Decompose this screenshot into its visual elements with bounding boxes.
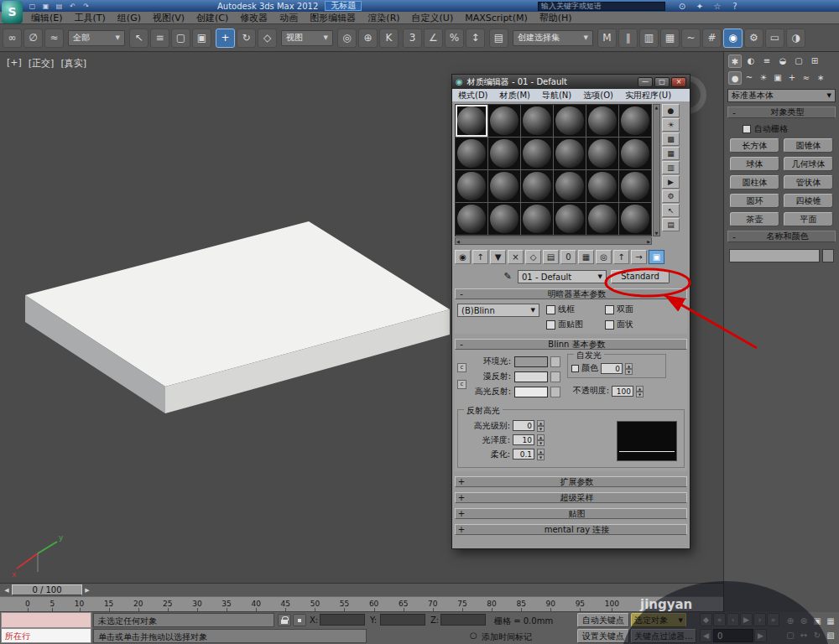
motion-tab-icon[interactable]: ◒ (776, 55, 789, 68)
layer-manager-icon[interactable]: ▥ (639, 29, 659, 48)
me-menu-item-1[interactable]: 材质(M) (494, 90, 536, 101)
render-production-icon[interactable]: ◑ (786, 29, 805, 48)
spinner-snap-icon[interactable]: ↕ (466, 29, 485, 48)
sample-vertical-scrollbar[interactable]: ▲ ▼ (653, 104, 660, 236)
modify-tab-icon[interactable]: ◐ (744, 55, 758, 68)
soften-spinner[interactable]: ▲▼ (537, 449, 545, 460)
cameras-icon[interactable]: ▣ (771, 71, 784, 85)
sample-slot-3[interactable] (554, 105, 586, 137)
menu-item-9[interactable]: 自定义(U) (406, 12, 460, 24)
reset-map-icon[interactable]: × (508, 250, 524, 264)
menu-item-2[interactable]: 组(G) (112, 12, 147, 24)
menu-item-7[interactable]: 图形编辑器 (304, 12, 362, 24)
material-type-button[interactable]: Standard (611, 270, 670, 283)
material-name-dropdown[interactable]: 01 - Default ▼ (518, 270, 607, 283)
sample-tiling-icon[interactable]: ▦ (662, 147, 680, 160)
background-icon[interactable]: ▩ (662, 132, 680, 146)
geometry-icon[interactable]: ● (728, 71, 742, 85)
application-menu-button[interactable]: S (2, 1, 23, 23)
hierarchy-tab-icon[interactable]: ≡ (760, 55, 774, 68)
favorites-icon[interactable]: ☆ (712, 2, 722, 11)
sample-slot-6[interactable] (456, 138, 487, 169)
shader-checkbox-0[interactable]: 线框 (546, 304, 602, 315)
put-to-library-icon[interactable]: ▤ (543, 250, 559, 264)
shader-type-dropdown[interactable]: (B)Blinn ▼ (457, 304, 539, 317)
redo-icon[interactable]: ↷ (81, 2, 91, 11)
menu-item-3[interactable]: 视图(V) (147, 12, 190, 24)
sample-slot-13[interactable] (488, 170, 520, 202)
play-animation-icon[interactable]: ▶ (740, 613, 753, 626)
bind-to-space-warp-icon[interactable]: ≈ (44, 29, 64, 48)
sample-slot-16[interactable] (586, 170, 618, 202)
zoom-icon[interactable]: ⊕ (784, 614, 797, 628)
primitive-category-dropdown[interactable]: 标准基本体 ▼ (727, 89, 836, 102)
diffuse-map-button[interactable] (550, 371, 560, 382)
close-button[interactable]: × (671, 77, 686, 87)
material-editor-titlebar[interactable]: ◉ 材质编辑器 - 01 - Default —□× (452, 75, 690, 89)
percent-snap-icon[interactable]: % (445, 29, 464, 48)
object-type-rollout[interactable]: - 对象类型 (727, 106, 836, 118)
next-key-icon[interactable]: ▶ (754, 629, 767, 642)
graphite-ribbon-icon[interactable]: ▦ (660, 29, 680, 48)
select-and-link-icon[interactable]: ∞ (3, 29, 22, 48)
go-forward-to-sibling-icon[interactable]: → (631, 250, 647, 264)
sample-slot-15[interactable] (554, 170, 586, 202)
sample-slot-10[interactable] (586, 138, 618, 169)
me-menu-item-4[interactable]: 实用程序(U) (619, 90, 677, 101)
current-frame-field[interactable]: 0 (713, 629, 753, 642)
primitive-button-5[interactable]: 管状体 (784, 175, 833, 190)
lock-ambient-diffuse-button[interactable]: c (457, 363, 466, 372)
select-object-icon[interactable]: ↖ (129, 29, 149, 48)
pan-view-icon[interactable]: ↔ (797, 628, 810, 642)
sample-slot-19[interactable] (488, 203, 520, 235)
self-illum-spinner[interactable]: ▲▼ (625, 363, 633, 374)
menu-item-5[interactable]: 修改器 (234, 12, 274, 24)
scroll-up-icon[interactable]: ▲ (654, 105, 659, 110)
schematic-view-icon[interactable]: # (702, 29, 722, 48)
sample-slot-1[interactable] (488, 105, 520, 137)
key-mode-toggle-icon[interactable]: ◆ (700, 613, 712, 626)
show-map-in-viewport-icon[interactable]: ▦ (578, 250, 594, 264)
sample-slot-5[interactable] (619, 105, 651, 137)
utilities-tab-icon[interactable]: ⊞ (808, 55, 821, 68)
help-icon[interactable]: ? (730, 2, 740, 11)
menu-item-4[interactable]: 创建(C) (190, 12, 234, 24)
primitive-button-0[interactable]: 长方体 (730, 138, 779, 153)
systems-icon[interactable]: ∗ (814, 71, 827, 85)
go-to-start-icon[interactable]: « (713, 613, 726, 626)
primitive-button-3[interactable]: 几何球体 (784, 157, 833, 171)
shader-checkbox-3[interactable]: 面状 (605, 319, 660, 330)
scroll-left-icon[interactable]: ◀ (456, 238, 460, 244)
sample-slot-8[interactable] (521, 138, 553, 169)
communication-center-icon[interactable]: ✦ (695, 2, 705, 11)
material-map-navigator-icon[interactable]: ▤ (662, 218, 680, 231)
menu-item-8[interactable]: 渲染(R) (362, 12, 405, 24)
object-name-field[interactable] (729, 249, 820, 262)
absolute-mode-icon[interactable] (293, 614, 306, 626)
get-material-icon[interactable]: ◉ (455, 250, 471, 264)
add-time-tag[interactable]: 添加时间标记 (482, 631, 532, 643)
supersampling-rollout[interactable]: + 超级采样 (455, 492, 687, 503)
specular-level-field[interactable]: 0 (513, 420, 534, 431)
primitive-button-8[interactable]: 茶壶 (730, 212, 779, 226)
sample-type-icon[interactable]: ● (662, 104, 680, 117)
material-editor-icon[interactable]: ◉ (723, 29, 743, 48)
search-input[interactable]: 输入关键字或短语 (538, 2, 665, 11)
shader-basic-params-rollout[interactable]: - 明暗器基本参数 (455, 288, 687, 299)
primitive-button-4[interactable]: 圆柱体 (730, 175, 779, 190)
macro-recorder-field[interactable] (1, 612, 91, 628)
select-and-move-icon[interactable]: + (216, 29, 235, 48)
menu-item-1[interactable]: 工具(T) (69, 12, 112, 24)
ambient-map-button[interactable] (550, 356, 560, 367)
sample-slot-4[interactable] (586, 105, 618, 137)
previous-key-icon[interactable]: ◀ (700, 629, 712, 642)
assign-material-to-selection-icon[interactable]: ▼ (490, 250, 506, 264)
autogrid-checkbox[interactable] (743, 125, 751, 133)
primitive-button-9[interactable]: 平面 (784, 212, 833, 226)
video-color-check-icon[interactable]: ▥ (662, 161, 680, 174)
scroll-right-icon[interactable]: ▶ (647, 238, 650, 244)
me-menu-item-2[interactable]: 导航(N) (536, 90, 577, 101)
make-material-copy-icon[interactable]: ◇ (525, 250, 541, 264)
sample-slot-11[interactable] (619, 138, 651, 169)
me-menu-item-3[interactable]: 选项(O) (577, 90, 619, 101)
